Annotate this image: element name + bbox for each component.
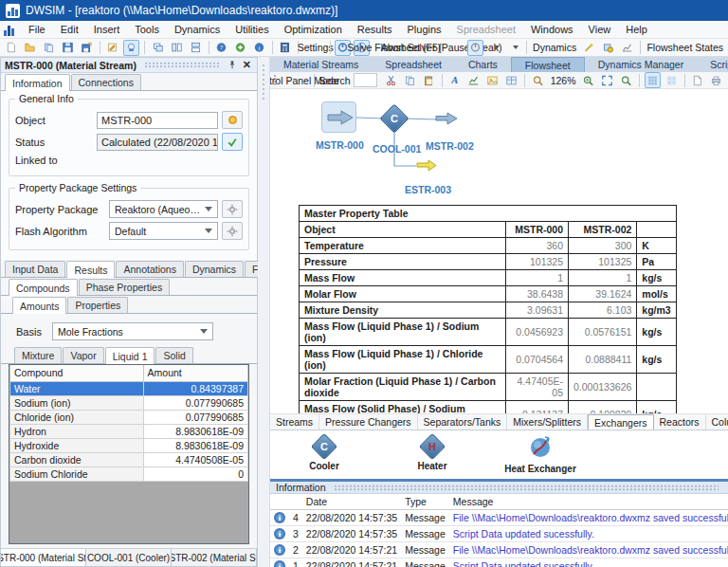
zoom-tool-button[interactable] bbox=[530, 72, 546, 88]
energy-stream-label[interactable]: ESTR-003 bbox=[405, 184, 451, 195]
inlet-stream-label[interactable]: MSTR-000 bbox=[316, 139, 364, 151]
zoom-level[interactable]: 126% bbox=[549, 75, 578, 86]
palette-tab-reactors[interactable]: Reactors bbox=[654, 414, 706, 430]
open-sample-button[interactable] bbox=[41, 40, 57, 56]
close-icon[interactable]: ✕ bbox=[241, 59, 253, 71]
dynamics-manager-icon[interactable] bbox=[600, 40, 616, 56]
menu-optimization[interactable]: Optimization bbox=[277, 22, 350, 37]
palette-item-heat-exchanger[interactable]: Heat Exchanger bbox=[507, 434, 573, 474]
rename-object-button[interactable] bbox=[222, 111, 243, 129]
palette-tab-columns[interactable]: Columns bbox=[706, 414, 728, 430]
doc-tab-flowsheet[interactable]: Flowsheet bbox=[511, 57, 585, 72]
compound-row-water[interactable]: Water0.84397387 bbox=[10, 381, 248, 395]
restore-state-button[interactable] bbox=[505, 40, 521, 56]
tab-properties[interactable]: Properties bbox=[67, 297, 128, 313]
tab-liquid-1[interactable]: Liquid 1 bbox=[105, 347, 155, 364]
menu-insert[interactable]: Insert bbox=[86, 22, 128, 37]
tile-vertical-button[interactable] bbox=[169, 40, 185, 56]
add-table-button[interactable] bbox=[503, 72, 519, 88]
add-text-button[interactable]: A bbox=[446, 72, 463, 88]
amount-column-header[interactable]: Amount bbox=[143, 365, 247, 381]
compound-row-hydron[interactable]: Hydron8.9830618E-09 bbox=[10, 424, 248, 438]
donate-button[interactable] bbox=[232, 40, 248, 56]
basis-select[interactable]: Mole Fractions bbox=[52, 322, 213, 340]
about-button[interactable]: i bbox=[251, 40, 267, 56]
master-property-table[interactable]: Master Property TableObjectMSTR-000MSTR-… bbox=[299, 205, 677, 414]
palette-item-heater[interactable]: HHeater bbox=[399, 434, 465, 471]
recalculate-button[interactable] bbox=[222, 133, 243, 151]
menu-help[interactable]: Help bbox=[618, 22, 655, 37]
menu-edit[interactable]: Edit bbox=[53, 22, 86, 37]
open-file-button[interactable] bbox=[22, 40, 38, 56]
flash-algorithm-settings-button[interactable] bbox=[222, 222, 243, 240]
tab-dynamics[interactable]: Dynamics bbox=[185, 261, 244, 277]
compound-column-header[interactable]: Compound bbox=[10, 365, 144, 381]
tab-connections[interactable]: Connections bbox=[71, 74, 141, 90]
flowsheet-canvas[interactable]: C MSTR-000 COOL-001 MSTR-002 ESTR-003 Ma… bbox=[270, 89, 728, 414]
editor-tab-cool-001-cooler[interactable]: COOL-001 (Cooler) bbox=[86, 549, 172, 566]
menu-utilities[interactable]: Utilities bbox=[228, 22, 276, 37]
flash-algorithm-select[interactable]: Default bbox=[109, 222, 218, 240]
cascade-windows-button[interactable] bbox=[150, 40, 166, 56]
tab-information[interactable]: Information bbox=[5, 74, 70, 91]
panel-splitter[interactable] bbox=[258, 57, 270, 567]
tile-horizontal-button[interactable] bbox=[188, 40, 204, 56]
flowsheet-states-label[interactable]: Flowsheet States bbox=[645, 42, 725, 53]
menu-plugins[interactable]: Plugins bbox=[399, 22, 448, 37]
help-button[interactable]: ? bbox=[213, 40, 229, 56]
palette-tab-streams[interactable]: Streams bbox=[270, 414, 319, 430]
palette-tab-mixers-splitters[interactable]: Mixers/Splitters bbox=[507, 414, 588, 430]
menu-view[interactable]: View bbox=[581, 22, 619, 37]
save-button[interactable] bbox=[60, 40, 76, 56]
property-package-select[interactable]: Reaktoro (Aqueous Electrolytes) (1) bbox=[109, 200, 218, 218]
inspector-button[interactable] bbox=[123, 40, 139, 56]
menu-results[interactable]: Results bbox=[350, 22, 400, 37]
material-stream-outlet-icon[interactable] bbox=[435, 112, 458, 125]
log-date-header[interactable]: Date bbox=[302, 494, 401, 510]
solver-queue-button[interactable] bbox=[467, 40, 483, 56]
compound-row-chloride-ion[interactable]: Chloride (ion)0.077990685 bbox=[10, 410, 248, 424]
tab-compounds[interactable]: Compounds bbox=[9, 279, 78, 296]
save-as-button[interactable] bbox=[79, 40, 95, 56]
doc-tab-spreadsheet[interactable]: Spreadsheet bbox=[372, 57, 455, 72]
zoom-extents-button[interactable] bbox=[618, 72, 634, 88]
property-package-settings-button[interactable] bbox=[222, 200, 243, 218]
add-chart-button[interactable] bbox=[465, 72, 482, 88]
paste-button[interactable] bbox=[421, 72, 437, 88]
snap-to-grid-button[interactable] bbox=[664, 72, 680, 88]
dynamics-label[interactable]: Dynamics bbox=[531, 42, 578, 53]
zoom-fit-button[interactable] bbox=[599, 72, 615, 88]
log-type-header[interactable]: Type bbox=[401, 494, 449, 510]
search-input[interactable] bbox=[354, 73, 377, 87]
cut-button[interactable] bbox=[383, 72, 399, 88]
menu-file[interactable]: File bbox=[21, 22, 53, 37]
doc-tab-script-ma[interactable]: Script Ma bbox=[697, 57, 728, 72]
compound-row-hydroxide[interactable]: Hydroxide8.9830618E-09 bbox=[10, 438, 248, 452]
tab-input-data[interactable]: Input Data bbox=[5, 261, 65, 277]
tab-annotations[interactable]: Annotations bbox=[116, 261, 183, 277]
doc-tab-charts[interactable]: Charts bbox=[455, 57, 511, 72]
editor-tab-mstr-002-material-st[interactable]: MSTR-002 (Material St... bbox=[172, 549, 257, 566]
snapshot-button[interactable] bbox=[486, 40, 502, 56]
grid-toggle-button[interactable] bbox=[645, 72, 661, 88]
object-input[interactable]: MSTR-000 bbox=[97, 112, 218, 129]
menu-dynamics[interactable]: Dynamics bbox=[167, 22, 228, 37]
settings-button[interactable]: Settings bbox=[303, 40, 325, 56]
print-button[interactable] bbox=[708, 72, 724, 88]
menu-windows[interactable]: Windows bbox=[523, 22, 581, 37]
cooler-label[interactable]: COOL-001 bbox=[373, 143, 421, 155]
compound-row-carbon-dioxide[interactable]: Carbon dioxide4.4740508E-05 bbox=[10, 452, 248, 466]
pin-icon[interactable] bbox=[228, 60, 237, 70]
compound-row-sodium-chloride[interactable]: Sodium Chloride0 bbox=[10, 466, 248, 481]
outlet-stream-label[interactable]: MSTR-002 bbox=[426, 140, 474, 152]
copy-button[interactable] bbox=[402, 72, 418, 88]
log-row-4[interactable]: i422/08/2020 14:57:35MessageFile \\Mac\H… bbox=[270, 510, 728, 526]
material-stream-inlet-icon[interactable] bbox=[327, 110, 354, 125]
palette-item-cooler[interactable]: CCooler bbox=[291, 434, 357, 471]
palette-tab-separators-tanks[interactable]: Separators/Tanks bbox=[418, 414, 508, 430]
new-file-button[interactable] bbox=[3, 40, 19, 56]
menu-spreadsheet[interactable]: Spreadsheet bbox=[449, 22, 523, 37]
dynamics-chart-icon[interactable] bbox=[619, 40, 635, 56]
tab-phase-properties[interactable]: Phase Properties bbox=[79, 279, 171, 295]
abort-solver-button[interactable]: Abort Solver (Pause/Break) bbox=[415, 40, 464, 56]
